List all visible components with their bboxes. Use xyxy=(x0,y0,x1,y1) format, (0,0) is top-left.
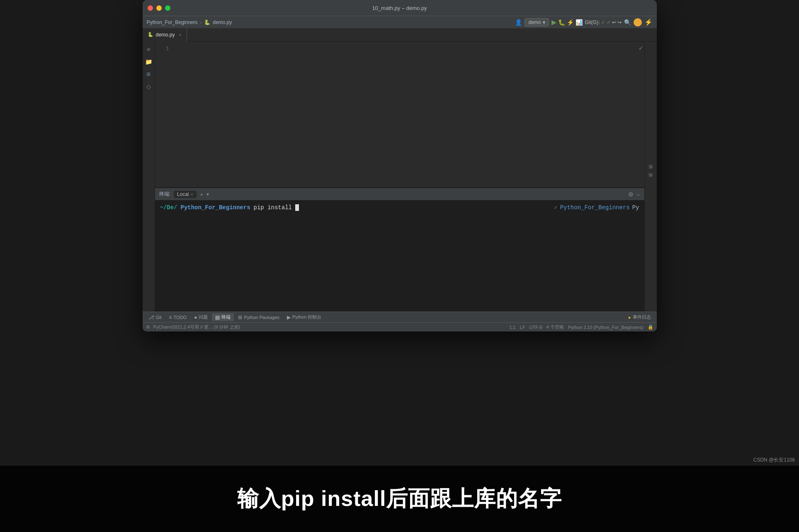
tab-events[interactable]: ● 事件日志 xyxy=(625,313,654,321)
tab-python-console[interactable]: ▶ Python 控制台 xyxy=(284,313,325,321)
coverage-icon[interactable]: ⚡ xyxy=(567,19,574,26)
python-packages-tab-label: Python Packages xyxy=(244,315,279,320)
issues-tab-icon: ● xyxy=(194,314,197,320)
todo-tab-label: TODO xyxy=(174,315,187,320)
close-terminal-icon[interactable]: – xyxy=(637,191,640,198)
file-icon: 🐍 xyxy=(204,19,210,25)
run-dropdown-label: demo xyxy=(528,19,541,25)
app-info: PyCharm2021.2.4可用 // 更... (9 分钟 之前) xyxy=(153,324,240,330)
sidebar-menu-icon[interactable]: ≡ xyxy=(144,45,153,54)
python-version: Python 3.10 (Python_For_Beginners) xyxy=(568,325,644,330)
avatar[interactable] xyxy=(634,18,642,27)
git-tab-label: Git xyxy=(156,315,162,320)
terminal-tab-close-icon[interactable]: × xyxy=(191,192,193,197)
git-redo-icon[interactable]: ↪ xyxy=(617,19,622,25)
watermark: CSDN @长安1108 xyxy=(753,457,795,464)
editor-area: 1 ✓ 终端: Local xyxy=(155,41,644,312)
python-packages-tab-icon: ⊞ xyxy=(238,314,242,320)
minimize-button[interactable] xyxy=(156,5,162,11)
events-tab-label: 事件日志 xyxy=(633,314,651,320)
tab-terminal[interactable]: ▤ 终端 xyxy=(212,313,234,321)
tab-close-icon[interactable]: × xyxy=(179,32,182,37)
git-check-icon[interactable]: ✓ xyxy=(601,19,605,25)
tab-todo[interactable]: ≡ TODO xyxy=(166,314,190,321)
nav-right: 👤 demo ▾ ▶ 🐛 ⚡ 📊 Git(G): ✓ ✓ ↩ ↪ 🔍 ⚡ xyxy=(515,18,652,27)
terminal-tab-local[interactable]: Local × xyxy=(174,191,197,198)
git-tab-icon: ⎇ xyxy=(148,314,154,320)
terminal-cursor xyxy=(295,204,299,211)
terminal-dropdown-icon[interactable]: ▾ xyxy=(206,191,209,197)
terminal-body[interactable]: ~/De/Python_For_Beginners pip install ✓ … xyxy=(155,201,644,312)
app-info-icon: ⚙ xyxy=(146,324,150,330)
title-bar: 10_math.py – demo.py xyxy=(143,0,657,16)
settings-icon[interactable]: ⚙ xyxy=(628,191,634,198)
git-controls: Git(G): ✓ ✓ ↩ ↪ xyxy=(585,19,622,25)
tab-python-packages[interactable]: ⊞ Python Packages xyxy=(235,314,283,321)
search-icon[interactable]: 🔍 xyxy=(624,19,631,26)
terminal-header: 终端: Local × + ▾ ⚙ – xyxy=(155,188,644,201)
editor-tab-demo[interactable]: 🐍 demo.py × xyxy=(143,28,187,41)
file-name[interactable]: demo.py xyxy=(213,19,232,25)
nav-bar: Python_For_Beginners › 🐍 demo.py 👤 demo … xyxy=(143,16,657,28)
python-console-tab-label: Python 控制台 xyxy=(292,314,321,320)
sidebar-bookmark-icon[interactable]: ◇ xyxy=(144,82,153,91)
tab-label: demo.py xyxy=(156,32,175,38)
indent-info: 4 个空格 xyxy=(546,324,564,330)
watermark-text: CSDN @长安1108 xyxy=(753,457,795,463)
git-check2-icon[interactable]: ✓ xyxy=(607,19,611,25)
terminal-tab-icon: ▤ xyxy=(215,314,220,320)
code-area[interactable] xyxy=(172,41,638,187)
project-name[interactable]: Python_For_Beginners xyxy=(147,19,198,25)
breadcrumb: Python_For_Beginners › 🐍 demo.py xyxy=(147,19,232,25)
terminal-tab-name: Local xyxy=(177,191,189,197)
plugin-icon[interactable]: ⚡ xyxy=(644,18,653,26)
status-right: 1:1 LF UTF-8 4 个空格 Python 3.10 (Python_F… xyxy=(509,324,653,330)
gutter-checkmark-icon: ✓ xyxy=(639,45,644,51)
terminal-label: 终端: xyxy=(159,191,170,198)
status-left: ⚙ PyCharm2021.2.4可用 // 更... (9 分钟 之前) xyxy=(146,324,240,330)
sidebar-icons: ≡ 📁 ⊞ ◇ xyxy=(143,41,155,312)
tab-git[interactable]: ⎇ Git xyxy=(145,314,165,321)
close-button[interactable] xyxy=(148,5,153,11)
line-ending: LF xyxy=(520,325,525,330)
prompt-command: pip install xyxy=(254,204,292,211)
prompt-tilde: ~/De/ xyxy=(160,204,177,211)
events-dot-icon: ● xyxy=(628,315,631,320)
run-button[interactable]: demo ▾ xyxy=(525,18,549,27)
ide-window: 10_math.py – demo.py Python_For_Beginner… xyxy=(143,0,657,331)
terminal-tab-bottom-label: 终端 xyxy=(221,314,231,320)
sidebar-structure-icon[interactable]: ⊞ xyxy=(144,70,153,79)
terminal-controls: ⚙ – xyxy=(628,191,640,198)
maximize-button[interactable] xyxy=(165,5,170,11)
terminal-right-info: ✓ Python_For_Beginners Py xyxy=(554,204,639,211)
status-bar: ⚙ PyCharm2021.2.4可用 // 更... (9 分钟 之前) 1:… xyxy=(143,322,657,331)
add-terminal-icon[interactable]: + xyxy=(200,191,203,198)
line-number-1: 1 xyxy=(158,45,169,53)
debug-icon[interactable]: 🐛 xyxy=(558,19,565,26)
issues-tab-label: 问题 xyxy=(199,314,208,320)
breadcrumb-separator: › xyxy=(200,19,202,25)
terminal-prompt-line: ~/De/Python_For_Beginners pip install ✓ … xyxy=(160,204,639,211)
git-undo-icon[interactable]: ↩ xyxy=(612,19,616,25)
tab-bar: 🐍 demo.py × xyxy=(143,28,657,41)
bottom-tabs: ⎇ Git ≡ TODO ● 问题 ▤ 终端 ⊞ Python Packages… xyxy=(143,312,657,322)
lock-icon: 🔒 xyxy=(648,324,653,330)
sidebar-folder-icon[interactable]: 📁 xyxy=(144,57,153,66)
terminal-section: 终端: Local × + ▾ ⚙ – xyxy=(155,187,644,312)
tab-file-icon: 🐍 xyxy=(148,32,153,37)
run-controls: ▶ 🐛 ⚡ 📊 xyxy=(551,18,583,26)
line-numbers: 1 xyxy=(155,41,172,187)
profile-icon[interactable]: 📊 xyxy=(576,19,583,26)
user-icon[interactable]: 👤 xyxy=(515,19,522,26)
window-title: 10_math.py – demo.py xyxy=(372,5,427,11)
terminal-check-icon: ✓ xyxy=(554,204,557,211)
prompt-dir: Python_For_Beginners xyxy=(181,204,250,211)
tab-issues[interactable]: ● 问题 xyxy=(191,313,211,321)
window-controls xyxy=(148,5,170,11)
subtitle-area: 输入pip install后面跟上库的名字 xyxy=(0,466,799,532)
todo-tab-icon: ≡ xyxy=(169,314,172,320)
git-label: Git(G): xyxy=(585,19,600,25)
right-side-labels: 断点 结构 xyxy=(644,41,657,312)
python-console-tab-icon: ▶ xyxy=(287,314,291,320)
play-icon[interactable]: ▶ xyxy=(551,18,556,26)
